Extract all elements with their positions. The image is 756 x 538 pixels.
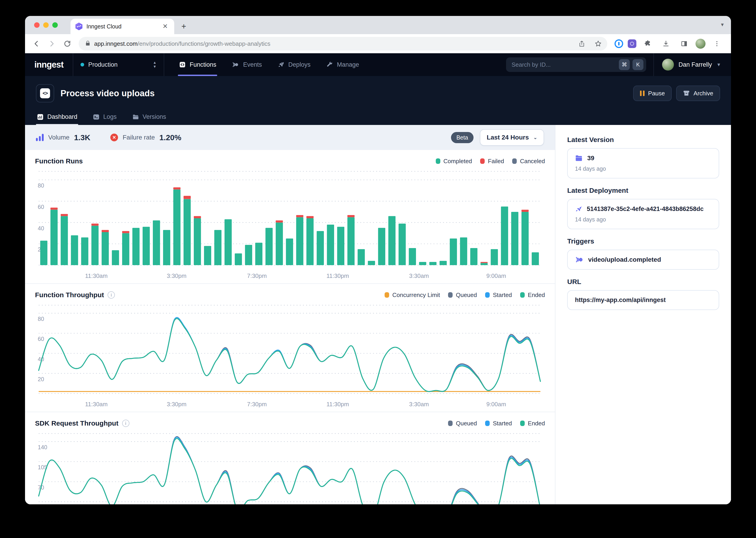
sdk-request-throughput-chart[interactable]: 357010514011:30am3:30pm7:30pm11:30pm3:30…: [35, 428, 545, 504]
search-input[interactable]: Search by ID... ⌘ K: [506, 57, 646, 72]
function-icon: <>: [36, 84, 54, 102]
chevron-down-icon: ⌄: [533, 135, 537, 140]
window-controls: [34, 22, 58, 28]
legend-item-started[interactable]: Started: [485, 420, 512, 427]
legend-item-completed[interactable]: Completed: [436, 158, 472, 165]
legend-item-concurrency-limit[interactable]: Concurrency Limit: [385, 292, 440, 298]
nav-item-deploys[interactable]: Deploys: [271, 53, 317, 76]
url-heading: URL: [567, 278, 719, 286]
legend-item-started[interactable]: Started: [485, 292, 512, 298]
details-sidebar: Latest Version 39 14 days ago Latest Dep…: [555, 125, 731, 504]
latest-version-value: 39: [587, 154, 594, 162]
browser-tabstrip: Inngest Cloud ✕ + ▾: [25, 16, 731, 34]
function-throughput-legend: Concurrency Limit Queued Started Ended: [385, 292, 545, 298]
tab-logs[interactable]: Logs: [92, 109, 118, 125]
sidebar-panel-icon[interactable]: [677, 37, 691, 51]
svg-text:40: 40: [38, 225, 44, 232]
latest-version-time: 14 days ago: [575, 165, 711, 172]
event-waves-icon: [232, 61, 240, 68]
browser-profile-avatar[interactable]: [695, 39, 705, 49]
purple-extension-icon[interactable]: [628, 39, 637, 48]
inngest-logo[interactable]: inngest: [25, 53, 73, 76]
tab-dashboard[interactable]: Dashboard: [36, 109, 78, 125]
extensions-puzzle-icon[interactable]: [641, 37, 655, 51]
sdk-throughput-legend: Queued Started Ended: [448, 420, 545, 427]
legend-dot: [436, 158, 440, 164]
url-text: app.inngest.com/env/production/functions…: [94, 40, 572, 47]
legend-dot: [448, 421, 452, 426]
legend-item-failed[interactable]: Failed: [480, 158, 504, 165]
latest-version-card[interactable]: 39 14 days ago: [567, 148, 719, 179]
tab-search-chevron-icon[interactable]: ▾: [721, 22, 724, 28]
browser-menu-kebab-icon[interactable]: [710, 37, 724, 51]
chart-title: SDK Request Throughput: [35, 419, 118, 427]
legend-item-canceled[interactable]: Canceled: [512, 158, 545, 165]
trigger-card[interactable]: video/upload.completed: [567, 250, 719, 270]
tab-versions[interactable]: Versions: [131, 109, 167, 125]
latest-deployment-card[interactable]: 5141387e-35c2-4efe-a421-4843b86258dc 14 …: [567, 199, 719, 229]
legend-item-queued[interactable]: Queued: [448, 292, 477, 298]
svg-text:80: 80: [38, 182, 44, 188]
function-tabs: Dashboard Logs Versions: [36, 109, 720, 125]
volume-label: Volume: [48, 134, 70, 141]
svg-text:11:30am: 11:30am: [85, 401, 108, 407]
legend-dot: [448, 292, 452, 298]
k-key-badge: K: [633, 59, 643, 70]
address-bar[interactable]: app.inngest.com/env/production/functions…: [79, 37, 607, 51]
nav-item-functions[interactable]: Functions: [172, 53, 223, 76]
legend-item-ended[interactable]: Ended: [520, 420, 545, 427]
share-icon[interactable]: [575, 37, 588, 50]
pause-button[interactable]: Pause: [633, 85, 672, 101]
user-menu[interactable]: Dan Farrelly ▼: [653, 53, 731, 76]
function-throughput-chart[interactable]: 2040608011:30am3:30pm7:30pm11:30pm3:30am…: [35, 300, 545, 411]
tab-close-icon[interactable]: ✕: [161, 22, 170, 30]
chart-title: Function Runs: [35, 157, 83, 165]
user-avatar: [662, 59, 674, 71]
folder-icon: [132, 114, 139, 120]
svg-text:3:30am: 3:30am: [409, 272, 429, 279]
zoom-window-icon[interactable]: [52, 22, 58, 28]
volume-value: 1.3K: [74, 133, 90, 142]
nav-item-events[interactable]: Events: [225, 53, 268, 76]
info-icon[interactable]: i: [122, 420, 129, 427]
pause-icon: [640, 90, 644, 96]
info-icon[interactable]: i: [108, 291, 115, 298]
close-window-icon[interactable]: [34, 22, 40, 28]
triggers-heading: Triggers: [567, 238, 719, 245]
extensions-row: [612, 37, 727, 51]
environment-switcher[interactable]: Production ▲▼: [73, 53, 164, 76]
new-tab-button[interactable]: +: [178, 21, 190, 32]
legend-item-ended[interactable]: Ended: [520, 292, 545, 298]
bookmark-star-icon[interactable]: [592, 37, 604, 50]
minimize-window-icon[interactable]: [43, 22, 49, 28]
rocket-icon: [277, 61, 285, 68]
function-throughput-panel: Function Throughput i Concurrency Limit …: [25, 283, 555, 412]
latest-version-heading: Latest Version: [567, 136, 719, 143]
function-runs-legend: Completed Failed Canceled: [436, 158, 545, 165]
browser-toolbar: app.inngest.com/env/production/functions…: [25, 34, 731, 53]
onepassword-extension-icon[interactable]: [615, 39, 623, 48]
inngest-favicon: [75, 23, 83, 30]
chevron-down-icon: ▼: [716, 62, 721, 67]
dashboard-main: Volume 1.3K ✕ Failure rate 1.20% Beta La…: [25, 125, 555, 504]
legend-item-queued[interactable]: Queued: [448, 420, 477, 427]
time-range-dropdown[interactable]: Last 24 Hours ⌄: [480, 129, 544, 146]
app-navbar: inngest Production ▲▼ Functions Events D…: [25, 53, 731, 76]
svg-text:11:30pm: 11:30pm: [326, 272, 349, 279]
url-card[interactable]: https://my-app.com/api/inngest: [567, 290, 719, 310]
archive-button[interactable]: Archive: [676, 85, 720, 101]
user-name: Dan Farrelly: [679, 61, 712, 68]
nav-item-manage[interactable]: Manage: [319, 53, 365, 76]
function-runs-chart[interactable]: 2040608011:30am3:30pm7:30pm11:30pm3:30am…: [35, 166, 545, 283]
svg-text:3:30pm: 3:30pm: [167, 401, 186, 407]
download-icon[interactable]: [659, 37, 673, 51]
env-switcher-chevrons-icon: ▲▼: [153, 61, 157, 69]
reload-icon[interactable]: [61, 37, 74, 51]
url-value: https://my-app.com/api/inngest: [575, 296, 666, 303]
legend-dot: [385, 292, 389, 298]
terminal-icon: [93, 114, 100, 120]
svg-text:9:00am: 9:00am: [486, 401, 506, 407]
back-icon[interactable]: [29, 37, 43, 51]
forward-icon[interactable]: [45, 37, 59, 51]
browser-tab[interactable]: Inngest Cloud ✕: [71, 19, 174, 34]
